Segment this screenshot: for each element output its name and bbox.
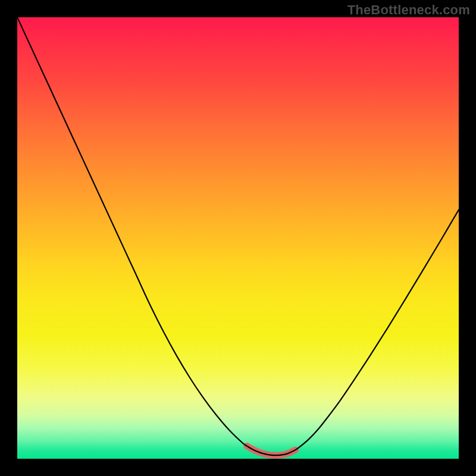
plot-area bbox=[17, 17, 459, 459]
bottleneck-curve-svg bbox=[17, 17, 459, 459]
chart-frame: TheBottleneck.com bbox=[0, 0, 476, 476]
watermark-text: TheBottleneck.com bbox=[347, 2, 470, 18]
bottleneck-curve bbox=[17, 17, 459, 455]
